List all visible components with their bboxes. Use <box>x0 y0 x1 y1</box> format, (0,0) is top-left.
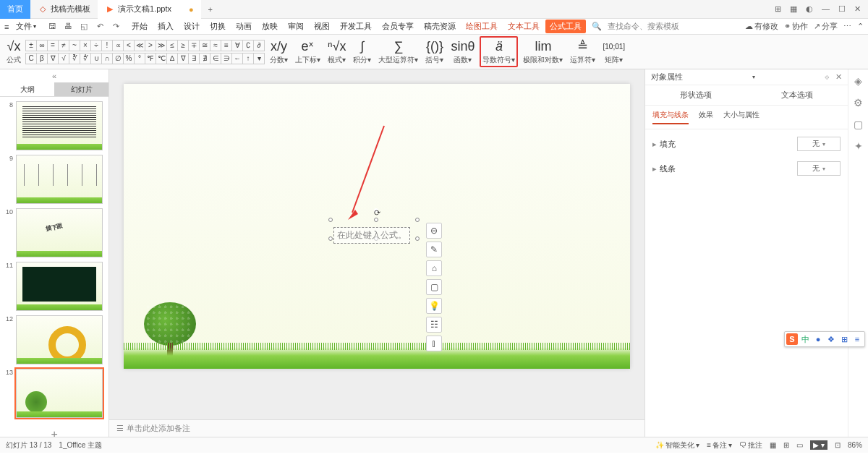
pin-icon[interactable]: ⟐ <box>825 72 830 82</box>
tab-drawing-tools[interactable]: 绘图工具 <box>461 20 502 33</box>
row-fill[interactable]: ▸填充 无 <box>652 137 841 151</box>
close-panel-icon[interactable]: ✕ <box>835 72 842 82</box>
more-icon[interactable]: ⋯ <box>843 22 851 31</box>
group-fraction[interactable]: x/y分数▾ <box>268 38 290 65</box>
file-menu[interactable]: 文件 ▾ <box>12 20 41 33</box>
group-large-op[interactable]: ∑大型运算符▾ <box>376 38 420 65</box>
float-chart-icon[interactable]: ⫿ <box>426 336 442 351</box>
menu-icon[interactable]: ≡ <box>4 22 9 31</box>
collapse-ribbon-icon[interactable]: ⌃ <box>857 22 864 31</box>
float-home-icon[interactable]: ⌂ <box>426 260 442 276</box>
comments-button[interactable]: 🗨 批注 <box>739 440 762 450</box>
tab-review[interactable]: 审阅 <box>284 20 308 33</box>
subtab-fill-line[interactable]: 填充与线条 <box>652 110 689 124</box>
rail-gear-icon[interactable]: ⚙ <box>854 97 863 108</box>
group-derivative[interactable]: ä导数符号▾ <box>480 36 518 67</box>
ime-menu-icon[interactable]: ≡ <box>851 333 863 345</box>
add-slide-button[interactable]: + <box>3 422 106 437</box>
ui-icon2[interactable]: ▦ <box>790 4 797 14</box>
float-list-icon[interactable]: ☷ <box>426 317 442 333</box>
tab-presentation[interactable]: ▶ 演示文稿1.pptx ● <box>98 0 201 19</box>
beautify-button[interactable]: ✨ 智能美化 ▾ <box>655 440 699 450</box>
notes-pane[interactable]: ☰ 单击此处添加备注 <box>109 419 644 437</box>
minimize-button[interactable]: — <box>822 4 830 14</box>
view-reading-icon[interactable]: ▭ <box>796 441 803 449</box>
thumb-10[interactable]: 摸下跟 <box>16 208 103 257</box>
preview-icon[interactable]: ◱ <box>78 22 90 31</box>
tab-resources[interactable]: 稿壳资源 <box>420 20 460 33</box>
tab-view[interactable]: 视图 <box>310 20 334 33</box>
subtab-effects[interactable]: 效果 <box>699 110 713 124</box>
new-tab-button[interactable]: + <box>201 5 220 14</box>
tab-text-tools[interactable]: 文本工具 <box>503 20 544 33</box>
ime-lang-icon[interactable]: 中 <box>799 333 811 345</box>
zoom-value[interactable]: 86% <box>848 441 862 449</box>
play-button[interactable]: ▶ ▾ <box>810 440 827 450</box>
thumb-13[interactable] <box>16 369 103 418</box>
tab-animation[interactable]: 动画 <box>231 20 256 33</box>
close-button[interactable]: ✕ <box>854 4 861 14</box>
group-matrix[interactable]: [10;01]矩阵▾ <box>600 38 627 65</box>
tab-member[interactable]: 会员专享 <box>378 20 418 33</box>
rail-diamond-icon[interactable]: ◈ <box>854 75 862 87</box>
search-input[interactable]: 查找命令、搜索模板 <box>608 21 679 32</box>
tab-design[interactable]: 设计 <box>179 20 204 33</box>
ime-toolbar[interactable]: S 中 ● ❖ ⊞ ≡ <box>784 331 865 347</box>
float-bulb-icon[interactable]: 💡 <box>426 298 442 314</box>
tab-formula-tools[interactable]: 公式工具 <box>545 20 586 33</box>
print-icon[interactable]: 🖶 <box>62 22 74 31</box>
group-script[interactable]: eˣ上下标▾ <box>293 38 323 65</box>
maximize-button[interactable]: ☐ <box>838 4 846 14</box>
tab-transition[interactable]: 切换 <box>205 20 230 33</box>
tab-shape-options[interactable]: 形状选项 <box>645 85 746 105</box>
tab-outline[interactable]: 大纲 <box>0 82 54 96</box>
equation-input[interactable]: 在此处键入公式。 <box>333 227 410 244</box>
rail-doc-icon[interactable]: ▢ <box>854 119 863 130</box>
thumb-9[interactable] <box>16 155 103 204</box>
tab-templates[interactable]: ◇ 找稿壳模板 <box>30 0 98 19</box>
person-icon[interactable]: ◐ <box>806 4 813 14</box>
group-integral[interactable]: ∫积分▾ <box>351 38 373 65</box>
ime-kbd-icon[interactable]: ⊞ <box>838 333 850 345</box>
unsaved-indicator[interactable]: ☁ 有修改 <box>745 21 778 32</box>
group-operator[interactable]: ≜运算符▾ <box>568 38 597 65</box>
thumb-11[interactable] <box>16 262 103 311</box>
ime-punct-icon[interactable]: ● <box>812 333 824 345</box>
tab-slides[interactable]: 幻灯片 <box>54 82 109 96</box>
undo-icon[interactable]: ↶ <box>94 22 106 31</box>
thumb-12[interactable] <box>16 315 103 364</box>
redo-icon[interactable]: ↷ <box>110 22 122 31</box>
float-doc-icon[interactable]: ▢ <box>426 279 442 295</box>
subtab-size[interactable]: 大小与属性 <box>723 110 760 124</box>
notes-button[interactable]: ≡ 备注 ▾ <box>707 440 732 450</box>
zoom-fit-icon[interactable]: ⊡ <box>835 441 841 449</box>
group-bracket[interactable]: {()}括号▾ <box>423 38 446 65</box>
tab-start[interactable]: 开始 <box>127 20 152 33</box>
tab-devtools[interactable]: 开发工具 <box>336 20 376 33</box>
thumb-8[interactable] <box>16 101 103 150</box>
save-icon[interactable]: 🖫 <box>46 22 58 31</box>
slide-canvas[interactable]: ⟳ 在此处键入公式。 ⊖ ✎ ⌂ ▢ 💡 ☷ ⫿ <box>124 84 630 369</box>
tab-home[interactable]: 首页 <box>0 0 30 19</box>
rail-star-icon[interactable]: ✦ <box>854 140 863 152</box>
float-edit-icon[interactable]: ✎ <box>426 242 442 257</box>
canvas-scroll[interactable]: ⟳ 在此处键入公式。 ⊖ ✎ ⌂ ▢ 💡 ☷ ⫿ <box>109 69 644 419</box>
ui-icon[interactable]: ⊞ <box>775 4 781 14</box>
ime-voice-icon[interactable]: ❖ <box>825 333 837 345</box>
row-line[interactable]: ▸线条 无 <box>652 161 841 176</box>
group-limit[interactable]: lim极限和对数▾ <box>521 38 565 65</box>
line-select[interactable]: 无 <box>797 161 841 176</box>
thumbnail-list[interactable]: 8 9 10摸下跟 11 12 13 + <box>0 97 109 437</box>
group-function[interactable]: sinθ函数▾ <box>448 38 477 65</box>
float-close-icon[interactable]: ⊖ <box>426 223 442 239</box>
group-formula[interactable]: √x 公式 <box>4 38 23 65</box>
share-button[interactable]: ↗ 分享 <box>814 21 838 32</box>
view-normal-icon[interactable]: ▦ <box>770 441 776 449</box>
symbol-grid[interactable]: ±∞=≠~×÷!∝<≪>≫≤≥∓≅≈≡∀∁∂ Cβ∇√∛∜∪∩∅%°℉℃∆∇∃∄… <box>26 40 265 64</box>
group-radical[interactable]: ⁿ√x根式▾ <box>326 38 348 65</box>
tab-insert[interactable]: 插入 <box>153 20 178 33</box>
view-grid-icon[interactable]: ⊞ <box>783 441 789 449</box>
ime-logo-icon[interactable]: S <box>786 333 798 345</box>
tab-text-options[interactable]: 文本选项 <box>746 85 848 105</box>
collaborate-button[interactable]: ⚭ 协作 <box>784 21 808 32</box>
